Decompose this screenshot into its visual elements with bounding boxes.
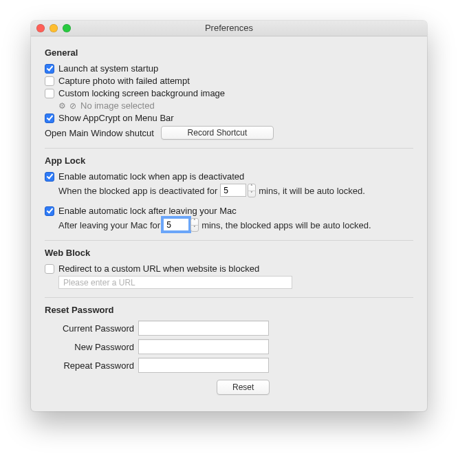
cancel-icon: ⊘ — [69, 101, 76, 111]
chevron-up-icon[interactable]: ˄ — [248, 184, 255, 191]
section-header-applock: App Lock — [45, 155, 413, 166]
chevron-down-icon[interactable]: ˅ — [248, 191, 255, 197]
reset-button[interactable]: Reset — [217, 380, 270, 395]
input-current-password[interactable] — [138, 321, 269, 336]
label-autolock-deactivated: Enable automatic lock when app is deacti… — [58, 171, 244, 182]
titlebar: Preferences — [31, 21, 427, 36]
label-open-main-shortcut: Open Main Window shutcut — [45, 128, 154, 138]
chevron-down-icon[interactable]: ˅ — [191, 226, 198, 232]
checkbox-autolock-leaving[interactable] — [45, 206, 54, 216]
hint-leaving-post: mins, the blocked apps will be auto lock… — [201, 220, 371, 230]
preferences-window: Preferences General Launch at system sta… — [31, 21, 427, 411]
label-launch-at-startup: Launch at system startup — [58, 63, 158, 74]
checkbox-custom-bg[interactable] — [45, 89, 54, 98]
label-redirect-url: Redirect to a custom URL when website is… — [58, 263, 259, 274]
input-repeat-password[interactable] — [138, 358, 269, 373]
close-icon[interactable] — [36, 24, 45, 32]
checkbox-redirect-url[interactable] — [45, 264, 54, 274]
input-leaving-mins[interactable] — [163, 218, 189, 231]
hint-deactivated-post: mins, it will be auto locked. — [259, 186, 365, 196]
label-no-image: No image selected — [80, 100, 155, 111]
label-autolock-leaving: Enable automatic lock after leaving your… — [58, 206, 237, 216]
checkbox-show-menubar[interactable] — [45, 113, 54, 123]
label-show-menubar: Show AppCrypt on Menu Bar — [58, 113, 174, 123]
label-repeat-password: Repeat Password — [45, 360, 134, 371]
stepper-leaving-mins[interactable]: ˄ ˅ — [163, 218, 199, 232]
input-new-password[interactable] — [138, 339, 269, 354]
stepper-deactivated-mins[interactable]: ˄ ˅ — [220, 184, 256, 197]
divider — [45, 148, 413, 149]
hint-deactivated-pre: When the blocked app is deactivated for — [58, 186, 217, 196]
label-custom-bg: Custom locking screen background image — [58, 88, 225, 98]
label-capture-photo: Capture photo with failed attempt — [58, 76, 190, 86]
zoom-icon[interactable] — [63, 24, 71, 32]
chevron-up-icon[interactable]: ˄ — [191, 219, 198, 226]
checkbox-capture-photo[interactable] — [45, 76, 54, 86]
divider — [45, 240, 413, 241]
hint-leaving-pre: After leaving your Mac for — [58, 220, 160, 230]
input-redirect-url[interactable] — [58, 276, 292, 289]
checkbox-launch-at-startup[interactable] — [45, 64, 54, 74]
window-title: Preferences — [205, 23, 253, 33]
label-new-password: New Password — [45, 342, 134, 352]
gear-icon: ⚙ — [58, 101, 66, 111]
section-header-webblock: Web Block — [45, 248, 413, 258]
input-deactivated-mins[interactable] — [220, 184, 246, 197]
section-header-general: General — [45, 47, 413, 58]
section-header-resetpw: Reset Password — [45, 305, 413, 315]
record-shortcut-button[interactable]: Record Shortcut — [161, 126, 274, 140]
label-current-password: Current Password — [45, 323, 134, 334]
checkbox-autolock-deactivated[interactable] — [45, 172, 54, 182]
minimize-icon[interactable] — [50, 24, 58, 32]
divider — [45, 297, 413, 298]
